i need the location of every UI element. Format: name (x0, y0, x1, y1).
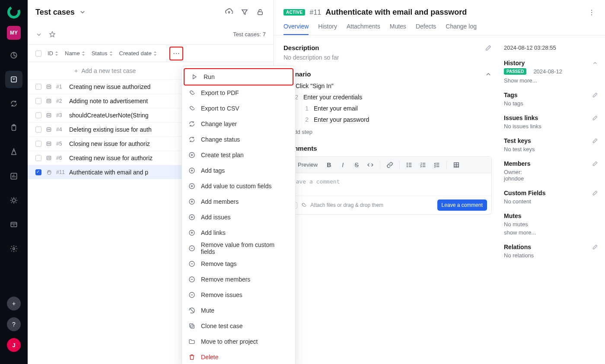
menu-export-pdf[interactable]: Export to PDF (182, 85, 295, 101)
edit-description-icon[interactable] (485, 44, 492, 51)
row-checkbox[interactable] (35, 112, 41, 118)
edit-keys-icon[interactable] (592, 138, 598, 144)
comment-textarea[interactable]: Leave a comment (284, 173, 491, 196)
menu-move[interactable]: Move to other project (182, 334, 295, 349)
attach-hint[interactable]: Attach files or drag & drop them (310, 202, 383, 208)
edit-relations-icon[interactable] (592, 244, 598, 250)
tab-changelog[interactable]: Change log (446, 23, 477, 35)
mutes-show-more[interactable]: show more... (504, 229, 598, 236)
scenario-substep[interactable]: 2Enter your password (302, 114, 492, 125)
title-dropdown-icon[interactable] (79, 9, 86, 16)
nav-analytics-icon[interactable] (5, 168, 22, 185)
checklist-icon[interactable] (431, 159, 443, 171)
upload-icon[interactable] (223, 6, 235, 18)
minus-circle-icon (188, 260, 196, 267)
detail-tabs: Overview History Attachments Mutes Defec… (274, 17, 605, 35)
menu-change-layer[interactable]: Change layer (182, 116, 295, 132)
col-status[interactable]: Status (92, 50, 113, 57)
issues-heading: Issues links (504, 114, 538, 121)
svg-rect-9 (258, 12, 263, 15)
tab-history[interactable]: History (318, 23, 337, 35)
row-checkbox[interactable] (35, 127, 41, 133)
edit-custom-icon[interactable] (592, 190, 598, 196)
menu-export-csv[interactable]: Export to CSV (182, 101, 295, 116)
col-id[interactable]: ID (48, 50, 59, 57)
col-created[interactable]: Created date (119, 50, 157, 57)
submit-comment-button[interactable]: Leave a comment (437, 199, 487, 211)
menu-remove-members[interactable]: Remove members (182, 272, 295, 287)
add-button[interactable]: + (7, 297, 21, 310)
italic-icon[interactable]: I (337, 159, 349, 171)
svg-point-10 (173, 53, 174, 54)
tab-defects[interactable]: Defects (416, 23, 436, 35)
nav-launch-icon[interactable] (5, 143, 22, 161)
bold-icon[interactable]: B (323, 159, 335, 171)
nav-settings-icon[interactable] (5, 240, 22, 257)
menu-mute[interactable]: Mute (182, 303, 295, 318)
star-icon[interactable] (48, 31, 56, 38)
tab-attachments[interactable]: Attachments (347, 23, 380, 35)
nav-defects-icon[interactable] (5, 192, 22, 209)
row-checkbox[interactable] (35, 98, 41, 104)
menu-remove-issues[interactable]: Remove issues (182, 287, 295, 303)
history-show-more[interactable]: Show more... (504, 77, 598, 84)
nav-clipboard-icon[interactable] (5, 119, 22, 136)
scenario-step[interactable]: 1Click "Sign In" (283, 80, 492, 92)
menu-add-members[interactable]: Add members (182, 194, 295, 209)
nav-archive-icon[interactable] (5, 216, 22, 233)
attachment-icon[interactable] (301, 202, 307, 208)
bulk-actions-button[interactable] (169, 47, 183, 60)
nav-testcases-icon[interactable] (5, 71, 22, 88)
menu-remove-tags[interactable]: Remove tags (182, 256, 295, 272)
nav-dashboard-icon[interactable] (5, 47, 22, 64)
scenario-substep[interactable]: 1Enter your email (302, 103, 492, 114)
edit-tags-icon[interactable] (592, 92, 598, 98)
menu-change-status[interactable]: Change status (182, 132, 295, 147)
workspace-avatar[interactable]: MY (7, 26, 21, 40)
page-title: Test cases (35, 8, 75, 17)
manual-icon (46, 169, 52, 175)
numbered-list-icon[interactable] (417, 159, 429, 171)
collapse-all-icon[interactable] (35, 31, 42, 38)
bulleted-list-icon[interactable] (403, 159, 415, 171)
strike-icon[interactable]: S (350, 159, 363, 171)
menu-run[interactable]: Run (185, 69, 293, 85)
history-date: 2024-08-12 (533, 68, 562, 75)
menu-delete[interactable]: Delete (182, 349, 295, 364)
description-empty: No description so far (283, 54, 492, 61)
user-avatar[interactable]: J (7, 338, 21, 352)
col-name[interactable]: Name (65, 50, 86, 57)
menu-clone[interactable]: Clone test case (182, 318, 295, 334)
svg-point-12 (178, 53, 179, 54)
row-checkbox[interactable] (35, 169, 41, 175)
tab-mutes[interactable]: Mutes (390, 23, 406, 35)
row-checkbox[interactable] (35, 155, 41, 161)
menu-add-links[interactable]: Add links (182, 225, 295, 241)
table-icon[interactable] (450, 159, 462, 171)
edit-members-icon[interactable] (592, 161, 598, 167)
menu-create-test-plan[interactable]: Create test plan (182, 147, 295, 163)
menu-remove-custom-fields[interactable]: Remove value from custom fields (182, 241, 295, 256)
collapse-scenario-icon[interactable] (485, 71, 492, 78)
nav-sync-icon[interactable] (5, 95, 22, 112)
svg-point-18 (49, 101, 50, 101)
row-checkbox[interactable] (35, 84, 41, 90)
row-id: #4 (56, 127, 65, 133)
more-icon[interactable] (588, 9, 595, 16)
edit-issues-icon[interactable] (592, 115, 598, 121)
row-checkbox[interactable] (35, 141, 41, 147)
select-all-checkbox[interactable] (35, 51, 41, 57)
help-button[interactable]: ? (7, 317, 21, 331)
svg-point-24 (49, 129, 50, 130)
filter-icon[interactable] (239, 6, 250, 18)
scenario-step[interactable]: 2Enter your credentials (291, 92, 492, 103)
add-step-button[interactable]: +Add step (283, 125, 492, 135)
collapse-history-icon[interactable] (592, 60, 598, 66)
menu-add-custom-fields[interactable]: Add value to custom fields (182, 178, 295, 194)
menu-add-issues[interactable]: Add issues (182, 209, 295, 225)
menu-add-tags[interactable]: Add tags (182, 163, 295, 178)
link-icon[interactable] (384, 159, 396, 171)
lock-icon[interactable] (255, 6, 266, 18)
code-icon[interactable] (364, 159, 376, 171)
tab-overview[interactable]: Overview (283, 23, 309, 35)
